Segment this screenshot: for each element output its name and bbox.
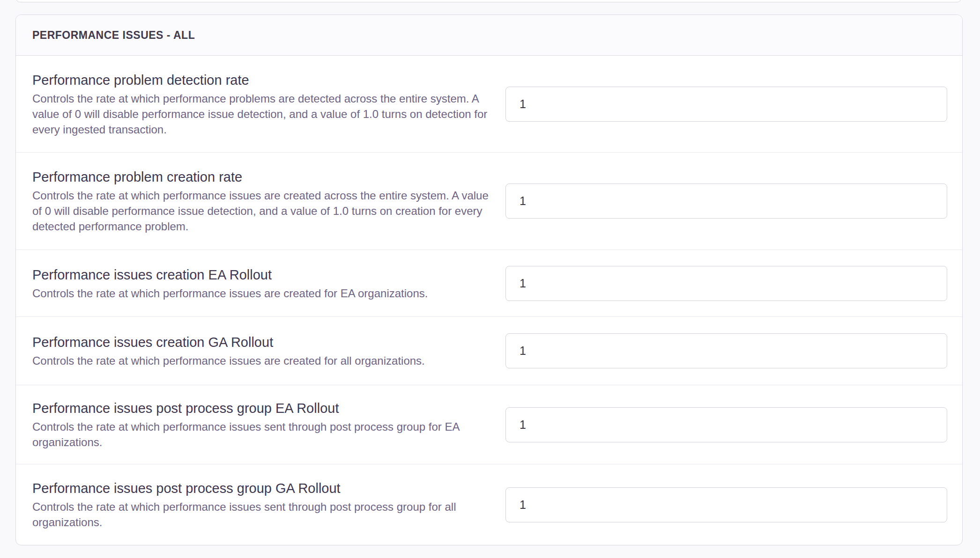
field-text-block: Performance issues post process group EA… bbox=[32, 399, 505, 450]
panel-header: PERFORMANCE ISSUES - ALL bbox=[16, 15, 962, 56]
field-label: Performance problem creation rate bbox=[32, 168, 505, 186]
field-row-performance-problem-detection-rate: Performance problem detection rate Contr… bbox=[16, 56, 962, 153]
field-description: Controls the rate at which performance i… bbox=[32, 188, 494, 234]
performance-issues-panel: PERFORMANCE ISSUES - ALL Performance pro… bbox=[15, 15, 963, 545]
field-text-block: Performance problem creation rate Contro… bbox=[32, 168, 505, 234]
previous-panel-bottom-edge bbox=[15, 0, 962, 2]
field-label: Performance issues creation EA Rollout bbox=[32, 266, 505, 284]
field-row-performance-issues-creation-ea-rollout: Performance issues creation EA Rollout C… bbox=[16, 250, 962, 317]
field-label: Performance problem detection rate bbox=[32, 71, 505, 89]
performance-problem-creation-rate-input[interactable] bbox=[505, 184, 947, 219]
field-description: Controls the rate at which performance i… bbox=[32, 499, 494, 530]
field-row-performance-issues-post-process-group-ga-rollout: Performance issues post process group GA… bbox=[16, 464, 962, 545]
field-description: Controls the rate at which performance i… bbox=[32, 419, 494, 450]
field-label: Performance issues creation GA Rollout bbox=[32, 333, 505, 351]
field-text-block: Performance issues creation EA Rollout C… bbox=[32, 266, 505, 301]
field-row-performance-problem-creation-rate: Performance problem creation rate Contro… bbox=[16, 153, 962, 250]
field-text-block: Performance problem detection rate Contr… bbox=[32, 71, 505, 137]
field-text-block: Performance issues post process group GA… bbox=[32, 479, 505, 530]
field-text-block: Performance issues creation GA Rollout C… bbox=[32, 333, 505, 368]
field-label: Performance issues post process group EA… bbox=[32, 399, 505, 417]
panel-title: PERFORMANCE ISSUES - ALL bbox=[32, 29, 195, 42]
field-description: Controls the rate at which performance p… bbox=[32, 91, 494, 137]
field-row-performance-issues-post-process-group-ea-rollout: Performance issues post process group EA… bbox=[16, 385, 962, 464]
performance-issues-post-process-group-ea-rollout-input[interactable] bbox=[505, 407, 947, 442]
field-description: Controls the rate at which performance i… bbox=[32, 353, 494, 368]
performance-issues-creation-ea-rollout-input[interactable] bbox=[505, 266, 947, 301]
field-row-performance-issues-creation-ga-rollout: Performance issues creation GA Rollout C… bbox=[16, 317, 962, 385]
performance-issues-creation-ga-rollout-input[interactable] bbox=[505, 333, 947, 368]
field-label: Performance issues post process group GA… bbox=[32, 479, 505, 497]
performance-problem-detection-rate-input[interactable] bbox=[505, 87, 947, 122]
field-description: Controls the rate at which performance i… bbox=[32, 286, 494, 301]
performance-issues-post-process-group-ga-rollout-input[interactable] bbox=[505, 487, 947, 522]
